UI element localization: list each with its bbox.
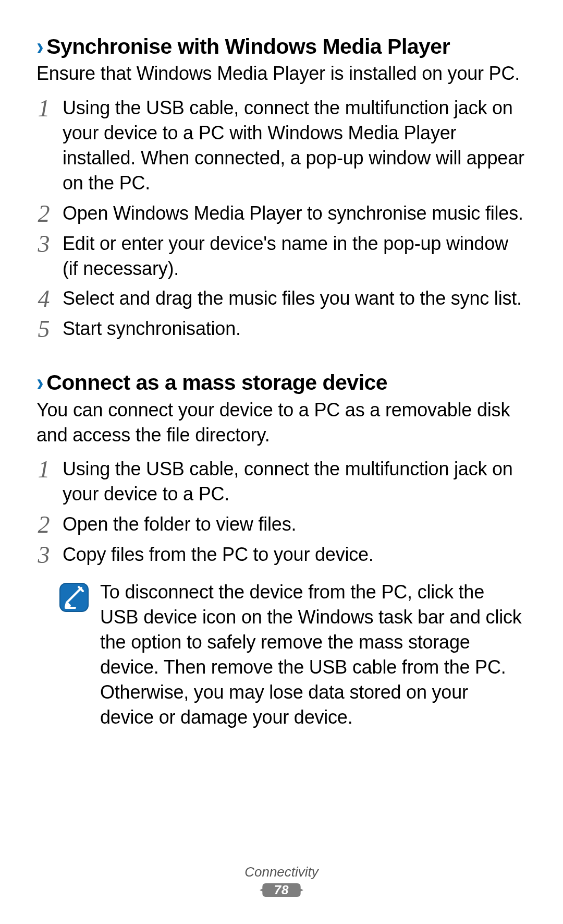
step-item: 2 Open Windows Media Player to synchroni… xyxy=(36,201,527,226)
step-number: 2 xyxy=(36,513,51,537)
step-text: Open the folder to view files. xyxy=(63,512,296,537)
step-text: Using the USB cable, connect the multifu… xyxy=(63,457,527,507)
page-number-badge: 78 xyxy=(260,881,303,901)
step-number: 1 xyxy=(36,97,51,121)
section2-intro: You can connect your device to a PC as a… xyxy=(36,398,527,448)
step-item: 2 Open the folder to view files. xyxy=(36,512,527,537)
step-number: 3 xyxy=(36,543,51,567)
page-number: 78 xyxy=(260,881,303,899)
section1-title-text: Synchronise with Windows Media Player xyxy=(46,34,450,58)
section1-title: ›Synchronise with Windows Media Player xyxy=(36,33,527,60)
step-number: 2 xyxy=(36,202,51,226)
section2-title: ›Connect as a mass storage device xyxy=(36,369,527,396)
note-text: To disconnect the device from the PC, cl… xyxy=(100,580,527,729)
note-block: To disconnect the device from the PC, cl… xyxy=(59,580,527,729)
section1-intro: Ensure that Windows Media Player is inst… xyxy=(36,61,527,86)
chevron-icon: › xyxy=(36,31,43,62)
step-text: Open Windows Media Player to synchronise… xyxy=(63,201,523,226)
step-item: 3 Edit or enter your device's name in th… xyxy=(36,231,527,281)
step-text: Copy files from the PC to your device. xyxy=(63,542,374,567)
step-item: 3 Copy files from the PC to your device. xyxy=(36,542,527,567)
step-text: Select and drag the music files you want… xyxy=(63,286,522,311)
step-number: 3 xyxy=(36,232,51,256)
step-text: Start synchronisation. xyxy=(63,316,241,341)
page-footer: Connectivity 78 xyxy=(0,864,563,901)
step-number: 1 xyxy=(36,458,51,482)
step-item: 1 Using the USB cable, connect the multi… xyxy=(36,95,527,196)
step-item: 1 Using the USB cable, connect the multi… xyxy=(36,457,527,507)
step-number: 4 xyxy=(36,287,51,311)
step-item: 5 Start synchronisation. xyxy=(36,316,527,341)
note-icon xyxy=(59,583,89,612)
section2-title-text: Connect as a mass storage device xyxy=(46,370,387,394)
step-number: 5 xyxy=(36,317,51,341)
chevron-icon: › xyxy=(36,368,43,399)
step-text: Using the USB cable, connect the multifu… xyxy=(63,95,527,196)
section2-steps: 1 Using the USB cable, connect the multi… xyxy=(36,457,527,567)
step-text: Edit or enter your device's name in the … xyxy=(63,231,527,281)
footer-category: Connectivity xyxy=(0,864,563,880)
section1-steps: 1 Using the USB cable, connect the multi… xyxy=(36,95,527,341)
step-item: 4 Select and drag the music files you wa… xyxy=(36,286,527,311)
page: ›Synchronise with Windows Media Player E… xyxy=(0,0,563,924)
